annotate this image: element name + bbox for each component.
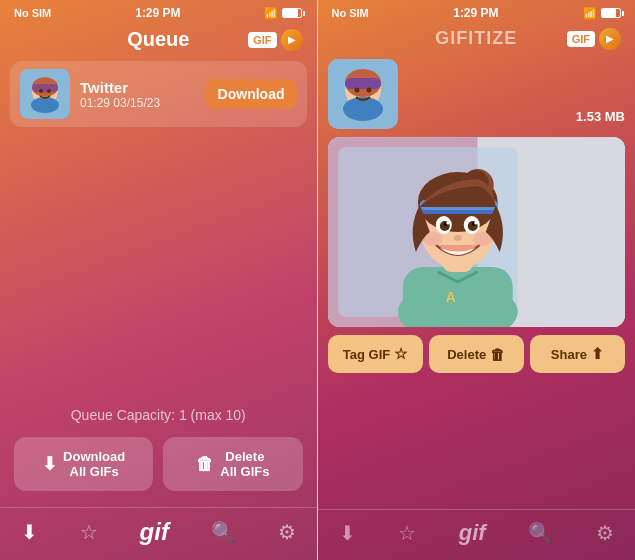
main-girl-image: A bbox=[328, 137, 626, 327]
tab-gear-right[interactable]: ⚙ bbox=[596, 521, 614, 545]
status-bar-left: No SIM 1:29 PM 📶 bbox=[0, 0, 317, 22]
svg-point-6 bbox=[47, 89, 51, 93]
bottom-buttons: ⬇ DownloadAll GIFs 🗑 DeleteAll GIFs bbox=[0, 437, 317, 507]
svg-point-13 bbox=[366, 88, 371, 93]
thumbnail-image bbox=[20, 69, 70, 119]
queue-thumbnail bbox=[20, 69, 70, 119]
gif-tag-left: GIF bbox=[248, 32, 276, 48]
page-title-left: Queue bbox=[127, 28, 189, 51]
share-label: Share bbox=[551, 347, 587, 362]
tag-gif-label: Tag GIF bbox=[343, 347, 390, 362]
download-button[interactable]: Download bbox=[206, 79, 297, 109]
svg-point-5 bbox=[39, 89, 43, 93]
delete-all-icon: 🗑 bbox=[196, 454, 214, 475]
carrier-left: No SIM bbox=[14, 7, 51, 19]
header-right: GIFITIZE GIF ▶ bbox=[318, 22, 636, 59]
small-thumb-image bbox=[328, 59, 398, 129]
svg-point-35 bbox=[453, 235, 461, 241]
svg-rect-3 bbox=[32, 84, 58, 92]
gif-badge-right[interactable]: GIF ▶ bbox=[567, 28, 621, 50]
carrier-right: No SIM bbox=[332, 7, 369, 19]
delete-label: Delete bbox=[447, 347, 486, 362]
download-all-icon: ⬇ bbox=[42, 453, 57, 475]
time-left: 1:29 PM bbox=[135, 6, 180, 20]
play-button-right[interactable]: ▶ bbox=[599, 28, 621, 50]
tab-star-left[interactable]: ☆ bbox=[80, 520, 98, 544]
share-button[interactable]: Share ⬆ bbox=[530, 335, 625, 373]
play-button-left[interactable]: ▶ bbox=[281, 29, 303, 51]
wifi-icon-right: 📶 bbox=[583, 7, 597, 20]
status-bar-right: No SIM 1:29 PM 📶 bbox=[318, 0, 636, 22]
small-thumbnail bbox=[328, 59, 398, 129]
queue-item-name: Twitter bbox=[80, 79, 196, 96]
action-buttons: Tag GIF ☆ Delete 🗑 Share ⬆ bbox=[328, 335, 626, 383]
tab-search-right[interactable]: 🔍 bbox=[528, 521, 553, 545]
tab-gif-right[interactable]: gif bbox=[459, 520, 486, 546]
thumbnail-row: 1.53 MB bbox=[328, 59, 626, 129]
download-all-button[interactable]: ⬇ DownloadAll GIFs bbox=[14, 437, 153, 491]
wifi-icon: 📶 bbox=[264, 7, 278, 20]
queue-item-meta: 01:29 03/15/23 bbox=[80, 96, 196, 110]
star-icon: ☆ bbox=[394, 345, 407, 363]
main-image: A bbox=[328, 137, 626, 327]
tab-download-right[interactable]: ⬇ bbox=[339, 521, 356, 545]
gif-tag-right: GIF bbox=[567, 31, 595, 47]
tab-bar-right: ⬇ ☆ gif 🔍 ⚙ bbox=[318, 509, 636, 560]
tab-star-right[interactable]: ☆ bbox=[398, 521, 416, 545]
download-all-label: DownloadAll GIFs bbox=[63, 449, 125, 479]
main-content-right: 1.53 MB bbox=[318, 59, 636, 509]
svg-rect-10 bbox=[345, 78, 381, 89]
tag-gif-button[interactable]: Tag GIF ☆ bbox=[328, 335, 423, 373]
delete-all-label: DeleteAll GIFs bbox=[220, 449, 269, 479]
status-icons-right: 📶 bbox=[583, 7, 621, 20]
gif-badge-left[interactable]: GIF ▶ bbox=[248, 29, 302, 51]
share-icon: ⬆ bbox=[591, 345, 604, 363]
tab-gear-left[interactable]: ⚙ bbox=[278, 520, 296, 544]
header-left: Queue GIF ▶ bbox=[0, 22, 317, 61]
battery-icon-left bbox=[282, 8, 302, 18]
tab-download-left[interactable]: ⬇ bbox=[21, 520, 38, 544]
tab-search-left[interactable]: 🔍 bbox=[211, 520, 236, 544]
file-size: 1.53 MB bbox=[406, 59, 626, 124]
svg-rect-19 bbox=[402, 267, 512, 322]
left-panel: No SIM 1:29 PM 📶 Queue GIF ▶ bbox=[0, 0, 317, 560]
tab-gif-left[interactable]: gif bbox=[140, 518, 169, 546]
svg-point-33 bbox=[446, 222, 449, 225]
svg-point-12 bbox=[354, 88, 359, 93]
time-right: 1:29 PM bbox=[453, 6, 498, 20]
right-panel: No SIM 1:29 PM 📶 GIFITIZE GIF ▶ bbox=[318, 0, 636, 560]
tab-bar-left: ⬇ ☆ gif 🔍 ⚙ bbox=[0, 507, 317, 560]
delete-button[interactable]: Delete 🗑 bbox=[429, 335, 524, 373]
svg-text:A: A bbox=[445, 289, 455, 305]
status-icons-left: 📶 bbox=[264, 7, 302, 20]
delete-all-button[interactable]: 🗑 DeleteAll GIFs bbox=[163, 437, 302, 491]
page-title-right: GIFITIZE bbox=[435, 28, 517, 49]
queue-info: Twitter 01:29 03/15/23 bbox=[80, 79, 196, 110]
battery-icon-right bbox=[601, 8, 621, 18]
trash-icon: 🗑 bbox=[490, 346, 505, 363]
svg-point-34 bbox=[474, 222, 477, 225]
queue-item: Twitter 01:29 03/15/23 Download bbox=[10, 61, 307, 127]
svg-point-4 bbox=[31, 97, 59, 113]
capacity-text: Queue Capacity: 1 (max 10) bbox=[0, 407, 317, 423]
